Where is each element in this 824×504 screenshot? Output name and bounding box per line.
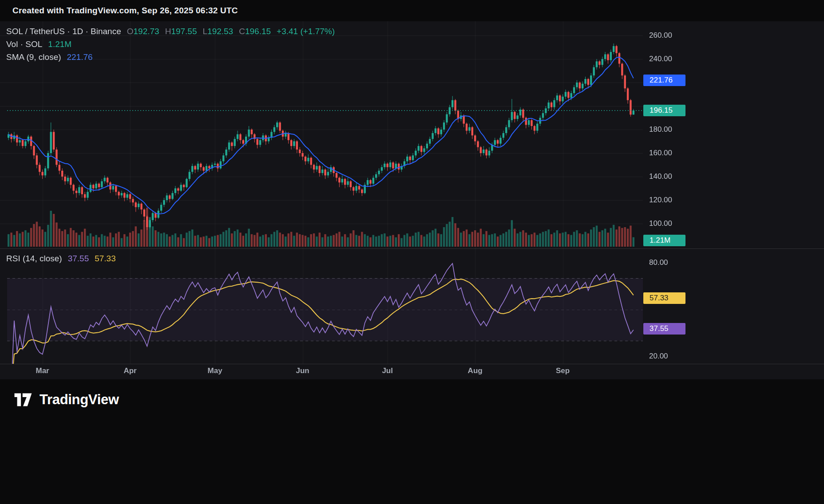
footer-bar: TradingView — [0, 379, 824, 504]
sma-value: 221.76 — [67, 52, 93, 62]
rsi-axis-label: 80.00 — [649, 258, 668, 268]
price-axis-label: 120.00 — [649, 195, 672, 205]
last-price-badge: 196.15 — [643, 105, 685, 116]
price-axis-label: 140.00 — [649, 172, 672, 181]
chart-legend: SOL / TetherUS · 1D · Binance O192.73 H1… — [6, 27, 335, 62]
volume-value: 1.21M — [48, 39, 71, 49]
ohlc-open: O192.73 — [127, 27, 159, 36]
price-axis-label: 100.00 — [649, 219, 672, 228]
rsi-ma-badge: 57.33 — [643, 292, 685, 304]
change-value: +3.41 (+1.77%) — [277, 27, 335, 36]
volume-legend-row: Vol · SOL 1.21M — [6, 39, 335, 49]
volume-label: Vol · SOL — [6, 39, 42, 49]
price-axis-label: 240.00 — [649, 54, 672, 64]
ohlc-high: H197.55 — [165, 27, 197, 36]
symbol-legend-row: SOL / TetherUS · 1D · Binance O192.73 H1… — [6, 27, 335, 36]
rsi-value-badge: 37.55 — [643, 323, 685, 335]
time-axis-label: Mar — [36, 366, 49, 375]
symbol-title: SOL / TetherUS · 1D · Binance — [6, 27, 121, 36]
time-axis-label: Jul — [382, 366, 393, 375]
time-axis-label: Jun — [296, 366, 309, 375]
brand-row: TradingView — [13, 392, 119, 408]
tradingview-snapshot: Created with TradingView.com, Sep 26, 20… — [0, 0, 824, 504]
price-axis-label: 180.00 — [649, 125, 672, 134]
chart-area: SOL / TetherUS · 1D · Binance O192.73 H1… — [0, 21, 824, 379]
ohlc-low: L192.53 — [203, 27, 234, 36]
sma-price-badge: 221.76 — [643, 75, 685, 86]
price-rsi-chart-canvas — [0, 21, 824, 379]
time-axis-label: Apr — [123, 366, 136, 375]
time-axis-label: May — [208, 366, 222, 375]
attribution-bar: Created with TradingView.com, Sep 26, 20… — [0, 0, 824, 21]
sma-label: SMA (9, close) — [6, 52, 61, 62]
tradingview-logo — [13, 392, 33, 407]
price-axis-label: 160.00 — [649, 148, 672, 158]
sma-legend-row: SMA (9, close) 221.76 — [6, 52, 335, 62]
volume-badge: 1.21M — [643, 235, 685, 246]
rsi-label: RSI (14, close) — [6, 254, 62, 264]
price-axis-label: 260.00 — [649, 31, 672, 40]
rsi-ma-value: 57.33 — [95, 254, 116, 264]
time-axis-label: Aug — [468, 366, 483, 375]
attribution-text: Created with TradingView.com, Sep 26, 20… — [12, 6, 238, 16]
rsi-value: 37.55 — [68, 254, 89, 264]
time-axis-label: Sep — [556, 366, 570, 375]
ohlc-close: C196.15 — [239, 27, 271, 36]
rsi-legend: RSI (14, close) 37.55 57.33 — [6, 254, 116, 264]
brand-name: TradingView — [40, 392, 119, 408]
rsi-axis-label: 20.00 — [649, 351, 668, 361]
